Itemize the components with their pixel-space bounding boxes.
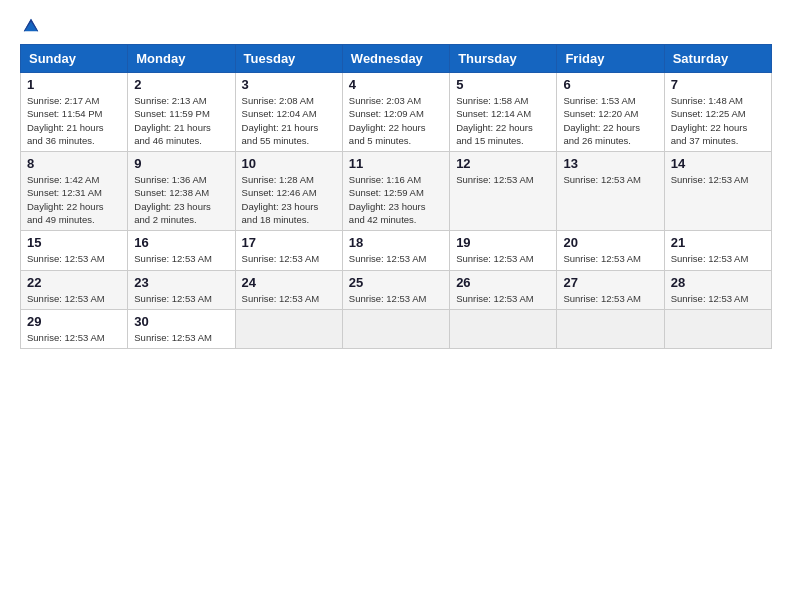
calendar-cell: 3Sunrise: 2:08 AM Sunset: 12:04 AM Dayli… [235,73,342,152]
day-number: 8 [27,156,121,171]
day-info: Sunrise: 12:53 AM [349,292,443,305]
day-number: 11 [349,156,443,171]
weekday-header-monday: Monday [128,45,235,73]
calendar-cell: 16Sunrise: 12:53 AM [128,231,235,270]
weekday-header-sunday: Sunday [21,45,128,73]
calendar-cell: 11Sunrise: 1:16 AM Sunset: 12:59 AM Dayl… [342,152,449,231]
calendar-cell [342,309,449,348]
day-info: Sunrise: 2:17 AM Sunset: 11:54 PM Daylig… [27,94,121,147]
day-number: 21 [671,235,765,250]
calendar-cell [235,309,342,348]
calendar-cell: 25Sunrise: 12:53 AM [342,270,449,309]
day-info: Sunrise: 12:53 AM [456,173,550,186]
day-number: 10 [242,156,336,171]
day-info: Sunrise: 12:53 AM [27,331,121,344]
logo [20,18,40,34]
day-number: 18 [349,235,443,250]
day-info: Sunrise: 1:16 AM Sunset: 12:59 AM Daylig… [349,173,443,226]
day-info: Sunrise: 12:53 AM [134,252,228,265]
day-info: Sunrise: 12:53 AM [563,292,657,305]
calendar-cell: 19Sunrise: 12:53 AM [450,231,557,270]
calendar-cell: 15Sunrise: 12:53 AM [21,231,128,270]
calendar-cell: 27Sunrise: 12:53 AM [557,270,664,309]
calendar-cell [557,309,664,348]
day-info: Sunrise: 2:13 AM Sunset: 11:59 PM Daylig… [134,94,228,147]
day-info: Sunrise: 12:53 AM [671,292,765,305]
header [20,18,772,34]
calendar-cell: 4Sunrise: 2:03 AM Sunset: 12:09 AM Dayli… [342,73,449,152]
day-number: 30 [134,314,228,329]
calendar-cell [450,309,557,348]
calendar-cell: 13Sunrise: 12:53 AM [557,152,664,231]
calendar-week-4: 22Sunrise: 12:53 AM23Sunrise: 12:53 AM24… [21,270,772,309]
day-info: Sunrise: 1:28 AM Sunset: 12:46 AM Daylig… [242,173,336,226]
day-number: 14 [671,156,765,171]
day-info: Sunrise: 12:53 AM [349,252,443,265]
calendar-week-2: 8Sunrise: 1:42 AM Sunset: 12:31 AM Dayli… [21,152,772,231]
calendar-table: SundayMondayTuesdayWednesdayThursdayFrid… [20,44,772,349]
day-info: Sunrise: 2:03 AM Sunset: 12:09 AM Daylig… [349,94,443,147]
calendar-cell [664,309,771,348]
weekday-header-thursday: Thursday [450,45,557,73]
day-info: Sunrise: 12:53 AM [134,292,228,305]
day-number: 17 [242,235,336,250]
day-info: Sunrise: 12:53 AM [456,292,550,305]
calendar-cell: 12Sunrise: 12:53 AM [450,152,557,231]
day-info: Sunrise: 2:08 AM Sunset: 12:04 AM Daylig… [242,94,336,147]
day-info: Sunrise: 1:48 AM Sunset: 12:25 AM Daylig… [671,94,765,147]
calendar-cell: 8Sunrise: 1:42 AM Sunset: 12:31 AM Dayli… [21,152,128,231]
calendar-cell: 26Sunrise: 12:53 AM [450,270,557,309]
calendar-cell: 28Sunrise: 12:53 AM [664,270,771,309]
day-info: Sunrise: 12:53 AM [27,292,121,305]
calendar-cell: 7Sunrise: 1:48 AM Sunset: 12:25 AM Dayli… [664,73,771,152]
day-info: Sunrise: 12:53 AM [563,173,657,186]
weekday-header-wednesday: Wednesday [342,45,449,73]
day-number: 26 [456,275,550,290]
calendar-cell: 14Sunrise: 12:53 AM [664,152,771,231]
day-info: Sunrise: 12:53 AM [456,252,550,265]
day-number: 25 [349,275,443,290]
calendar-cell: 18Sunrise: 12:53 AM [342,231,449,270]
weekday-header-saturday: Saturday [664,45,771,73]
calendar-week-3: 15Sunrise: 12:53 AM16Sunrise: 12:53 AM17… [21,231,772,270]
calendar-cell: 17Sunrise: 12:53 AM [235,231,342,270]
day-number: 29 [27,314,121,329]
day-number: 24 [242,275,336,290]
page: SundayMondayTuesdayWednesdayThursdayFrid… [0,0,792,612]
day-number: 3 [242,77,336,92]
day-number: 15 [27,235,121,250]
day-number: 13 [563,156,657,171]
calendar-cell: 22Sunrise: 12:53 AM [21,270,128,309]
day-number: 27 [563,275,657,290]
calendar-cell: 23Sunrise: 12:53 AM [128,270,235,309]
calendar-cell: 20Sunrise: 12:53 AM [557,231,664,270]
day-number: 16 [134,235,228,250]
calendar-cell: 1Sunrise: 2:17 AM Sunset: 11:54 PM Dayli… [21,73,128,152]
weekday-header-friday: Friday [557,45,664,73]
day-info: Sunrise: 12:53 AM [27,252,121,265]
weekday-header-row: SundayMondayTuesdayWednesdayThursdayFrid… [21,45,772,73]
day-number: 22 [27,275,121,290]
calendar-cell: 30Sunrise: 12:53 AM [128,309,235,348]
day-info: Sunrise: 1:53 AM Sunset: 12:20 AM Daylig… [563,94,657,147]
calendar-cell: 24Sunrise: 12:53 AM [235,270,342,309]
calendar-cell: 29Sunrise: 12:53 AM [21,309,128,348]
calendar-cell: 10Sunrise: 1:28 AM Sunset: 12:46 AM Dayl… [235,152,342,231]
day-info: Sunrise: 12:53 AM [242,252,336,265]
day-number: 9 [134,156,228,171]
day-number: 7 [671,77,765,92]
day-info: Sunrise: 12:53 AM [671,173,765,186]
day-number: 4 [349,77,443,92]
day-number: 23 [134,275,228,290]
day-number: 28 [671,275,765,290]
day-number: 6 [563,77,657,92]
calendar-cell: 2Sunrise: 2:13 AM Sunset: 11:59 PM Dayli… [128,73,235,152]
day-info: Sunrise: 1:36 AM Sunset: 12:38 AM Daylig… [134,173,228,226]
day-info: Sunrise: 12:53 AM [134,331,228,344]
calendar-week-1: 1Sunrise: 2:17 AM Sunset: 11:54 PM Dayli… [21,73,772,152]
calendar-cell: 6Sunrise: 1:53 AM Sunset: 12:20 AM Dayli… [557,73,664,152]
day-number: 1 [27,77,121,92]
calendar-cell: 9Sunrise: 1:36 AM Sunset: 12:38 AM Dayli… [128,152,235,231]
day-number: 20 [563,235,657,250]
calendar-week-5: 29Sunrise: 12:53 AM30Sunrise: 12:53 AM [21,309,772,348]
